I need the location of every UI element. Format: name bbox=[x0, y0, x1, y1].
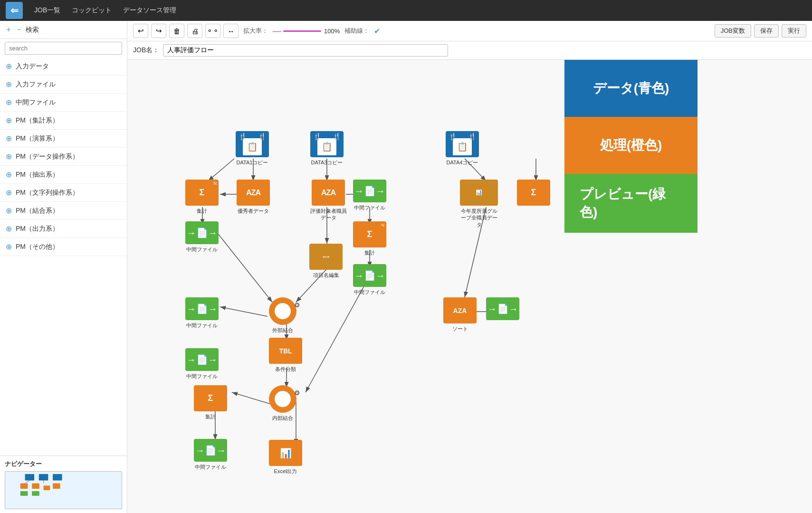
sort-icon: AZA bbox=[443, 297, 477, 323]
node-naibu[interactable]: ⚙ 内部結合 bbox=[269, 385, 296, 421]
job-name-label: JOB名： bbox=[133, 46, 159, 55]
run-button[interactable]: 実行 bbox=[782, 24, 806, 38]
node-shukei1[interactable]: Σ N 集計 bbox=[185, 180, 219, 214]
connect-button[interactable]: ⚬⚬ bbox=[205, 24, 220, 38]
plus-icon: ⊕ bbox=[6, 62, 12, 71]
nav-datasource[interactable]: データソース管理 bbox=[123, 6, 176, 15]
expand-icon[interactable]: ＋ bbox=[5, 25, 12, 35]
node-data3[interactable]: 📋 DATA3コピー bbox=[310, 131, 344, 166]
svg-line-24 bbox=[218, 233, 272, 302]
sidebar-item-pm-calc[interactable]: ⊕ PM（演算系） bbox=[0, 130, 127, 148]
sidebar-item-pm-dataop[interactable]: ⊕ PM（データ操作系） bbox=[0, 148, 127, 166]
svg-line-9 bbox=[25, 481, 30, 484]
nav-job-list[interactable]: JOB一覧 bbox=[34, 6, 60, 15]
data4-icon: 📋 bbox=[446, 131, 479, 157]
shukei2-label: 集計 bbox=[364, 249, 375, 256]
plus-icon: ⊕ bbox=[6, 116, 12, 125]
node-chukan-jouken[interactable]: →📄→ 中間ファイル bbox=[185, 348, 219, 380]
node-excel[interactable]: 📊 Excel出力 bbox=[269, 440, 302, 475]
node-chukan-bot[interactable]: →📄→ 中間ファイル bbox=[194, 439, 227, 470]
svg-rect-8 bbox=[53, 483, 60, 489]
node-chukan1[interactable]: →📄→ 中間ファイル bbox=[353, 180, 386, 211]
node-koumoku[interactable]: ⟺ 項目名編集 bbox=[309, 244, 343, 278]
node-chukan-sort[interactable]: →📄→ bbox=[486, 297, 519, 322]
nav-cockpit[interactable]: コックピット bbox=[72, 6, 112, 15]
plus-icon: ⊕ bbox=[6, 188, 12, 197]
search-input[interactable] bbox=[5, 42, 122, 55]
node-hyouka[interactable]: AZA 評価対象者職員データ bbox=[309, 180, 347, 221]
sidebar-item-input-data[interactable]: ⊕ 入力データ bbox=[0, 57, 127, 76]
legend-preview: プレビュー(緑色) bbox=[564, 174, 697, 233]
svg-rect-1 bbox=[39, 474, 48, 481]
sidebar-item-pm-aggregate[interactable]: ⊕ PM（集計系） bbox=[0, 112, 127, 130]
data1-icon: 📋 bbox=[236, 131, 269, 157]
svg-rect-3 bbox=[32, 483, 39, 489]
data3-label: DATA3コピー bbox=[311, 159, 343, 166]
node-shukei2[interactable]: Σ N 集計 bbox=[353, 221, 386, 256]
chukan-bot-label: 中間ファイル bbox=[195, 464, 226, 470]
sidebar-item-pm-extract[interactable]: ⊕ PM（抽出系） bbox=[0, 166, 127, 184]
sidebar-item-input-file[interactable]: ⊕ 入力ファイル bbox=[0, 76, 127, 94]
plus-icon: ⊕ bbox=[6, 206, 12, 215]
chukan-shukei-label: 中間ファイル bbox=[186, 246, 218, 253]
job-change-button[interactable]: JOB変数 bbox=[715, 24, 751, 38]
node-shukei3[interactable]: Σ 集計 bbox=[194, 385, 227, 420]
zoom-control[interactable]: — bbox=[273, 26, 321, 36]
shukei3-label: 集計 bbox=[205, 413, 216, 420]
sidebar-item-middle-file[interactable]: ⊕ 中間ファイル bbox=[0, 94, 127, 112]
undo-button[interactable]: ↩ bbox=[133, 24, 148, 38]
arrow-button[interactable]: ↔ bbox=[223, 24, 239, 38]
node-chukan3[interactable]: →📄→ 中間ファイル bbox=[353, 264, 386, 295]
search-section: ＋ － 検索 bbox=[0, 21, 127, 39]
sidebar-item-pm-output[interactable]: ⊕ PM（出力系） bbox=[0, 220, 127, 238]
sidebar-item-pm-string[interactable]: ⊕ PM（文字列操作系） bbox=[0, 184, 127, 202]
node-right-top[interactable]: Σ bbox=[517, 180, 550, 208]
aux-check[interactable]: ✔ bbox=[374, 27, 380, 36]
plus-icon: ⊕ bbox=[6, 98, 12, 107]
gaiburestugo-label: 外部結合 bbox=[272, 327, 293, 333]
node-yuusha[interactable]: AZA 優秀者データ bbox=[237, 180, 270, 214]
nav-logo: ⇐ bbox=[6, 2, 23, 19]
node-data1[interactable]: 📋 DATA1コピー bbox=[236, 131, 269, 166]
shukei1-label: 集計 bbox=[197, 208, 207, 214]
delete-button[interactable]: 🗑 bbox=[169, 24, 184, 38]
collapse-icon[interactable]: － bbox=[15, 25, 23, 35]
save-button[interactable]: 保存 bbox=[754, 24, 779, 38]
svg-line-13 bbox=[208, 159, 234, 181]
shukei3-icon: Σ bbox=[194, 385, 227, 411]
legend-process: 処理(橙色) bbox=[564, 117, 697, 174]
node-chukan4[interactable]: →📄→ 中間ファイル bbox=[185, 297, 219, 329]
plus-icon: ⊕ bbox=[6, 80, 12, 89]
print-button[interactable]: 🖨 bbox=[187, 24, 202, 38]
legend-panel: データ(青色) 処理(橙色) プレビュー(緑色) bbox=[564, 60, 697, 233]
sidebar-item-pm-join[interactable]: ⊕ PM（結合系） bbox=[0, 202, 127, 220]
navigator-label: ナビゲーター bbox=[5, 460, 122, 468]
koumoku-label: 項目名編集 bbox=[313, 272, 339, 278]
chukan3-icon: →📄→ bbox=[353, 264, 386, 287]
job-name-input[interactable] bbox=[163, 44, 448, 57]
toolbar: ↩ ↪ 🗑 🖨 ⚬⚬ ↔ 拡大率： — 100% 補助線： ✔ JOB変数 保存… bbox=[127, 21, 812, 41]
node-chukan-shukei[interactable]: →📄→ 中間ファイル bbox=[185, 221, 219, 253]
sort-label: ソート bbox=[452, 325, 468, 332]
hyouka-label: 評価対象者職員データ bbox=[309, 208, 347, 221]
chukan-jouken-icon: →📄→ bbox=[185, 348, 219, 371]
node-kotoshi[interactable]: 📊 今年度所属グループ全職員データ bbox=[460, 180, 498, 228]
node-gaiburestugo[interactable]: ⚙ 外部結合 bbox=[269, 297, 296, 333]
zoom-value: 100% bbox=[324, 28, 340, 35]
chukan1-label: 中間ファイル bbox=[354, 204, 385, 211]
svg-rect-7 bbox=[53, 474, 62, 481]
canvas-area[interactable]: データ(青色) 処理(橙色) プレビュー(緑色) bbox=[127, 60, 812, 513]
node-jouken[interactable]: TBL 条件分類 bbox=[269, 338, 302, 372]
sidebar-item-pm-other[interactable]: ⊕ PM（その他） bbox=[0, 238, 127, 256]
node-data4[interactable]: 📋 DATA4コピー bbox=[446, 131, 479, 166]
kotoshi-label: 今年度所属グループ全職員データ bbox=[460, 208, 498, 228]
plus-icon: ⊕ bbox=[6, 152, 12, 161]
redo-button[interactable]: ↪ bbox=[151, 24, 166, 38]
chukan-sort-icon: →📄→ bbox=[486, 297, 519, 320]
plus-icon: ⊕ bbox=[6, 224, 12, 233]
top-nav: ⇐ JOB一覧 コックピット データソース管理 bbox=[0, 0, 812, 21]
node-sort[interactable]: AZA ソート bbox=[443, 297, 477, 332]
chukan3-label: 中間ファイル bbox=[354, 289, 385, 295]
job-name-bar: JOB名： bbox=[127, 41, 812, 60]
aux-label: 補助線： bbox=[344, 27, 369, 35]
